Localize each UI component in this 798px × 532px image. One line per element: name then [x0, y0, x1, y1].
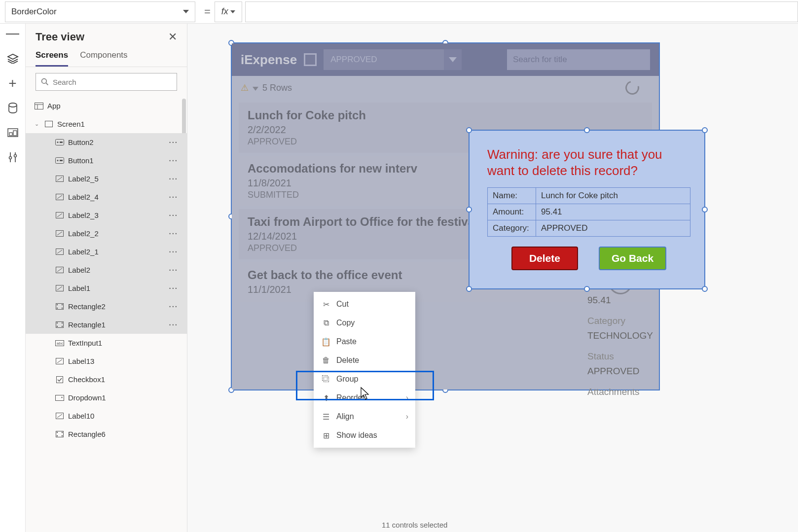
status-dropdown[interactable]: APPROVED — [324, 49, 462, 70]
ctx-align[interactable]: ☰Align› — [314, 407, 415, 426]
more-icon[interactable]: ··· — [169, 248, 178, 256]
tab-components[interactable]: Components — [80, 46, 127, 67]
ctx-delete[interactable]: 🗑Delete — [314, 351, 415, 370]
tree-item[interactable]: Label1··· — [26, 279, 187, 297]
name-value: Lunch for Coke pitch — [536, 188, 623, 204]
tree-item[interactable]: Button1··· — [26, 151, 187, 170]
tree-search-input[interactable] — [53, 78, 172, 86]
tree-search[interactable] — [36, 73, 177, 91]
more-icon[interactable]: ··· — [169, 302, 178, 311]
tree-item-app[interactable]: App — [26, 97, 187, 115]
selection-handle[interactable] — [702, 286, 708, 292]
more-icon[interactable]: ··· — [169, 320, 178, 329]
tree-item[interactable]: Label2_1··· — [26, 243, 187, 261]
more-icon[interactable]: ··· — [169, 229, 178, 238]
svg-point-52 — [62, 432, 63, 433]
more-icon[interactable]: ··· — [169, 193, 178, 201]
more-icon[interactable]: ··· — [169, 284, 178, 292]
go-back-button[interactable]: Go Back — [599, 247, 666, 270]
tree-item[interactable]: Label10 — [26, 407, 187, 425]
tree-item[interactable]: Label2_4··· — [26, 188, 187, 206]
media-icon[interactable] — [6, 127, 20, 138]
svg-line-23 — [57, 213, 62, 217]
detail-category-value: TECHNOLOGY — [587, 330, 653, 341]
refresh-icon[interactable] — [623, 78, 642, 97]
more-icon[interactable]: ··· — [169, 138, 178, 146]
tab-screens[interactable]: Screens — [36, 46, 68, 67]
tree-item[interactable]: Rectangle1··· — [26, 316, 187, 334]
more-icon[interactable]: ··· — [169, 156, 178, 165]
tree-item-label: Label1 — [68, 284, 90, 292]
canvas-area[interactable]: iExpense APPROVED Search for title ⚠ 5 R… — [187, 24, 798, 532]
svg-point-35 — [57, 308, 58, 309]
chevron-down-icon[interactable] — [253, 83, 258, 93]
more-icon[interactable]: ··· — [169, 175, 178, 183]
tree-item[interactable]: Label2_3··· — [26, 206, 187, 224]
selection-handle[interactable] — [584, 127, 590, 133]
tree-item[interactable]: Rectangle6 — [26, 425, 187, 443]
detail-category-label: Category — [587, 316, 653, 326]
ctx-paste[interactable]: 📋Paste — [314, 332, 415, 351]
tree-item-screen1[interactable]: ⌄ Screen1 — [26, 115, 187, 133]
tree-item[interactable]: Button2··· — [26, 133, 187, 151]
tree-item[interactable]: Label2··· — [26, 261, 187, 279]
tree-item[interactable]: Label13 — [26, 352, 187, 370]
svg-point-36 — [62, 308, 63, 309]
tree-item[interactable]: abcTextInput1 — [26, 334, 187, 352]
tree-view-icon[interactable] — [6, 53, 20, 64]
insert-icon[interactable]: + — [6, 78, 20, 89]
selection-handle[interactable] — [466, 127, 472, 133]
svg-rect-8 — [35, 103, 43, 109]
selection-handle[interactable] — [466, 207, 472, 213]
fx-button[interactable]: fx — [215, 1, 242, 22]
tree-item[interactable]: Checkbox1 — [26, 370, 187, 389]
chevron-down-icon — [444, 49, 462, 70]
tree-title: Tree view — [36, 31, 84, 43]
svg-point-16 — [57, 160, 59, 161]
label-icon — [55, 212, 64, 219]
chevron-down-icon[interactable]: ⌄ — [35, 121, 39, 127]
search-input[interactable]: Search for title — [507, 49, 650, 70]
property-dropdown[interactable]: BorderColor — [5, 1, 195, 22]
header-checkbox[interactable] — [304, 53, 317, 66]
data-icon[interactable] — [6, 103, 20, 113]
delete-button[interactable]: Delete — [511, 247, 578, 270]
ctx-show-ideas[interactable]: ⊞Show ideas — [314, 426, 415, 445]
svg-rect-14 — [60, 142, 63, 143]
close-icon[interactable]: ✕ — [168, 31, 177, 43]
selection-handle[interactable] — [466, 286, 472, 292]
formula-input[interactable] — [245, 1, 798, 22]
ctx-copy[interactable]: ⧉Copy — [314, 314, 415, 332]
search-placeholder: Search for title — [513, 55, 567, 65]
checkbox-icon — [55, 376, 64, 383]
tree-item[interactable]: Label2_2··· — [26, 224, 187, 243]
svg-line-31 — [57, 286, 62, 290]
dialog-selection[interactable]: Warning: are you sure that you want to d… — [469, 130, 705, 289]
rect-icon — [55, 431, 64, 438]
tree-item[interactable]: Dropdown1 — [26, 389, 187, 407]
detail-amount: 95.41 — [587, 295, 653, 306]
selection-handle[interactable] — [702, 127, 708, 133]
tree-item[interactable]: Label2_5··· — [26, 170, 187, 188]
tree-item[interactable]: Rectangle2··· — [26, 297, 187, 316]
canvas-frame[interactable]: iExpense APPROVED Search for title ⚠ 5 R… — [231, 42, 660, 390]
warning-text: Warning: are you sure that you want to d… — [487, 146, 690, 178]
selection-handle[interactable] — [584, 286, 590, 292]
svg-line-19 — [57, 177, 62, 180]
tools-icon[interactable] — [6, 152, 20, 163]
formula-bar: BorderColor = fx — [0, 0, 798, 24]
tree-item-label: Label2_1 — [68, 248, 99, 256]
label-icon — [55, 248, 64, 255]
label-icon — [55, 358, 64, 365]
svg-point-38 — [57, 322, 58, 323]
svg-point-41 — [62, 326, 63, 327]
selection-handle[interactable] — [702, 207, 708, 213]
svg-text:abc: abc — [57, 341, 63, 346]
tree-item-label: Label2_2 — [68, 229, 99, 238]
hamburger-icon[interactable] — [6, 29, 20, 39]
ctx-cut[interactable]: ✂Cut — [314, 295, 415, 314]
search-icon — [41, 78, 49, 86]
more-icon[interactable]: ··· — [169, 211, 178, 219]
detail-attachments-label: Attachments — [587, 387, 653, 397]
more-icon[interactable]: ··· — [169, 266, 178, 274]
